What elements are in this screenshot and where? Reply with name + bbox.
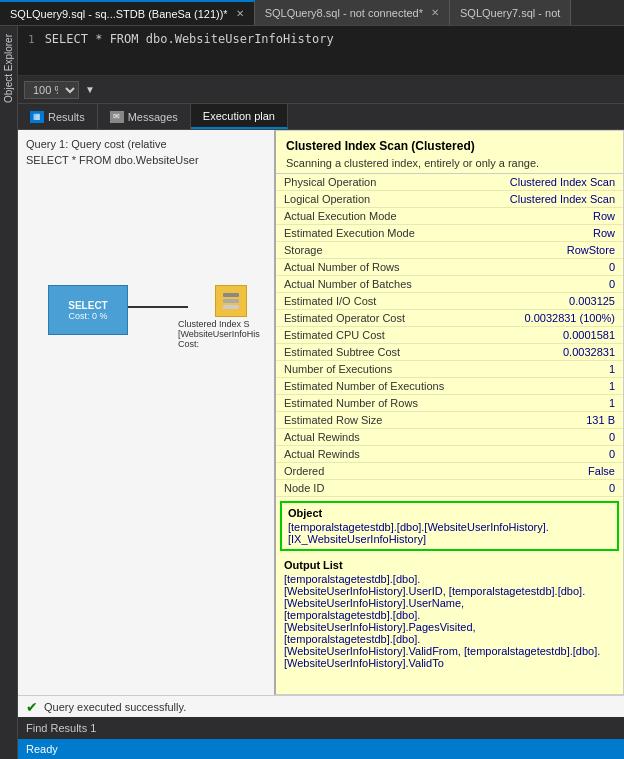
table-row: Actual Rewinds 0: [276, 429, 623, 446]
table-row: Actual Number of Batches 0: [276, 276, 623, 293]
tab-results-label: Results: [48, 111, 85, 123]
line-number: 1: [28, 33, 35, 46]
prop-label: Actual Rewinds: [276, 429, 482, 446]
zoom-dropdown-icon[interactable]: ▼: [85, 84, 95, 95]
zoom-select[interactable]: 100 %: [24, 81, 79, 99]
find-label: Find Results 1: [26, 722, 96, 734]
tab-bar: SQLQuery9.sql - sq...STDB (BaneSa (121))…: [0, 0, 624, 26]
status-bar: ✔ Query executed successfully.: [18, 695, 624, 717]
table-row: Logical Operation Clustered Index Scan: [276, 191, 623, 208]
prop-value: 0: [482, 446, 623, 463]
tooltip-subtitle: Scanning a clustered index, entirely or …: [286, 157, 613, 169]
table-row: Number of Executions 1: [276, 361, 623, 378]
execution-plan-label: Execution plan: [203, 110, 275, 122]
select-cost: Cost: 0 %: [68, 311, 107, 321]
sidebar: Object Explorer: [0, 26, 18, 759]
prop-value: 0: [482, 276, 623, 293]
prop-value: 0: [482, 429, 623, 446]
tooltip-panel: Clustered Index Scan (Clustered) Scannin…: [274, 130, 624, 695]
table-row: Estimated CPU Cost 0.0001581: [276, 327, 623, 344]
output-label: Output List: [284, 559, 615, 571]
prop-label: Actual Rewinds: [276, 446, 482, 463]
prop-value: Clustered Index Scan: [482, 174, 623, 191]
status-text: Query executed successfully.: [44, 701, 186, 713]
ci-cost: Cost:: [178, 339, 283, 349]
ci-label: Clustered Index S: [178, 319, 283, 329]
table-row: Actual Rewinds 0: [276, 446, 623, 463]
prop-label: Number of Executions: [276, 361, 482, 378]
output-section: Output List [temporalstagetestdb].[dbo].…: [276, 555, 623, 673]
prop-label: Estimated Subtree Cost: [276, 344, 482, 361]
tab-sqlquery7[interactable]: SQLQuery7.sql - not: [450, 0, 571, 25]
prop-value: 0: [482, 259, 623, 276]
tab-results[interactable]: ▦ Results: [18, 104, 98, 129]
main-area: Object Explorer 1SELECT * FROM dbo.Websi…: [0, 26, 624, 759]
results-icon: ▦: [30, 111, 44, 123]
code-content: SELECT * FROM dbo.WebsiteUserInfoHistory: [45, 32, 334, 46]
tooltip-table: Physical Operation Clustered Index Scan …: [276, 174, 623, 497]
table-row: Node ID 0: [276, 480, 623, 497]
prop-value: Row: [482, 208, 623, 225]
messages-icon: ✉: [110, 111, 124, 123]
output-value: [temporalstagetestdb].[dbo]. [WebsiteUse…: [284, 573, 615, 669]
ready-bar: Ready: [18, 739, 624, 759]
tab-messages-label: Messages: [128, 111, 178, 123]
prop-label: Actual Number of Batches: [276, 276, 482, 293]
prop-label: Estimated Execution Mode: [276, 225, 482, 242]
tab-sqlquery9[interactable]: SQLQuery9.sql - sq...STDB (BaneSa (121))…: [0, 0, 255, 25]
prop-value: RowStore: [482, 242, 623, 259]
prop-value: 1: [482, 395, 623, 412]
table-row: Actual Execution Mode Row: [276, 208, 623, 225]
prop-label: Estimated Number of Rows: [276, 395, 482, 412]
prop-value: 131 B: [482, 412, 623, 429]
tab-close-icon[interactable]: ✕: [431, 7, 439, 18]
tooltip-title: Clustered Index Scan (Clustered): [286, 139, 613, 153]
tab-sqlquery8[interactable]: SQLQuery8.sql - not connected* ✕: [255, 0, 450, 25]
select-box[interactable]: SELECT Cost: 0 %: [48, 285, 128, 335]
prop-value: 0: [482, 480, 623, 497]
tab-execution-plan[interactable]: Execution plan: [191, 104, 288, 129]
prop-label: Physical Operation: [276, 174, 482, 191]
svg-rect-0: [223, 293, 239, 297]
content-area: 1SELECT * FROM dbo.WebsiteUserInfoHistor…: [18, 26, 624, 759]
tooltip-header: Clustered Index Scan (Clustered) Scannin…: [276, 131, 623, 174]
plan-area: Query 1: Query cost (relative SELECT * F…: [18, 130, 624, 695]
table-row: Estimated Number of Rows 1: [276, 395, 623, 412]
svg-rect-1: [223, 299, 239, 303]
object-section: Object [temporalstagetestdb].[dbo].[Webs…: [280, 501, 619, 551]
table-row: Actual Number of Rows 0: [276, 259, 623, 276]
ci-sub: [WebsiteUserInfoHis: [178, 329, 283, 339]
prop-value: 0.003125: [482, 293, 623, 310]
prop-label: Estimated Operator Cost: [276, 310, 482, 327]
tab-label: SQLQuery7.sql - not: [460, 7, 560, 19]
prop-label: Logical Operation: [276, 191, 482, 208]
table-row: Storage RowStore: [276, 242, 623, 259]
table-row: Estimated I/O Cost 0.003125: [276, 293, 623, 310]
result-tabs: ▦ Results ✉ Messages Execution plan: [18, 104, 624, 130]
tab-messages[interactable]: ✉ Messages: [98, 104, 191, 129]
prop-label: Ordered: [276, 463, 482, 480]
prop-value: 0.0032831 (100%): [482, 310, 623, 327]
object-value: [temporalstagetestdb].[dbo].[WebsiteUser…: [288, 521, 611, 545]
prop-value: Row: [482, 225, 623, 242]
table-row: Ordered False: [276, 463, 623, 480]
prop-value: False: [482, 463, 623, 480]
table-row: Estimated Subtree Cost 0.0032831: [276, 344, 623, 361]
clustered-index-box[interactable]: Clustered Index S [WebsiteUserInfoHis Co…: [178, 285, 283, 349]
select-label: SELECT: [68, 300, 107, 311]
tab-close-icon[interactable]: ✕: [236, 8, 244, 19]
find-bar: Find Results 1: [18, 717, 624, 739]
table-row: Estimated Execution Mode Row: [276, 225, 623, 242]
table-row: Estimated Operator Cost 0.0032831 (100%): [276, 310, 623, 327]
prop-label: Estimated Number of Executions: [276, 378, 482, 395]
success-icon: ✔: [26, 699, 38, 715]
table-row: Estimated Number of Executions 1: [276, 378, 623, 395]
prop-label: Actual Execution Mode: [276, 208, 482, 225]
table-row: Estimated Row Size 131 B: [276, 412, 623, 429]
prop-value: 1: [482, 361, 623, 378]
table-row: Physical Operation Clustered Index Scan: [276, 174, 623, 191]
code-editor[interactable]: 1SELECT * FROM dbo.WebsiteUserInfoHistor…: [18, 26, 624, 76]
prop-label: Storage: [276, 242, 482, 259]
svg-rect-2: [223, 305, 239, 309]
prop-label: Estimated I/O Cost: [276, 293, 482, 310]
